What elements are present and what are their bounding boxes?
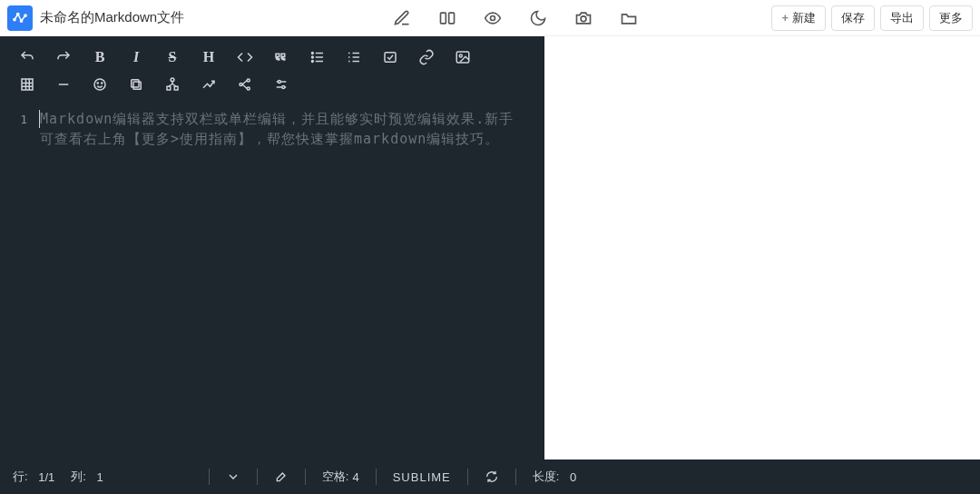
svg-point-29 xyxy=(94,79,105,90)
hr-icon[interactable] xyxy=(45,71,82,98)
status-brush-icon[interactable] xyxy=(274,469,289,484)
svg-rect-35 xyxy=(167,86,171,90)
bold-icon[interactable]: B xyxy=(82,44,118,71)
status-row: 行: 1/1 xyxy=(13,469,54,485)
editor-pane: B I S H 1 xyxy=(0,36,544,459)
editor-toolbar: B I S H xyxy=(0,36,544,102)
svg-rect-20 xyxy=(385,53,396,63)
new-button-label: 新建 xyxy=(792,10,816,26)
editor-body: 1 Markdown编辑器支持双栏或单栏编辑，并且能够实时预览编辑效果.新手可查… xyxy=(0,102,544,459)
status-length: 长度: 0 xyxy=(533,469,576,485)
strikethrough-icon[interactable]: S xyxy=(154,44,191,71)
svg-point-7 xyxy=(581,15,586,21)
svg-line-43 xyxy=(242,81,247,85)
table-icon[interactable] xyxy=(9,71,45,98)
settings-icon[interactable] xyxy=(263,71,299,98)
dark-mode-icon[interactable] xyxy=(528,8,548,28)
svg-point-12 xyxy=(311,56,313,58)
app-logo xyxy=(7,5,33,31)
top-buttons: +新建 保存 导出 更多 xyxy=(771,5,973,31)
italic-icon[interactable]: I xyxy=(118,44,154,71)
svg-line-44 xyxy=(242,84,247,89)
svg-point-48 xyxy=(282,86,285,89)
svg-point-34 xyxy=(171,78,174,82)
svg-point-6 xyxy=(491,15,495,20)
svg-point-1 xyxy=(17,13,19,15)
svg-rect-36 xyxy=(174,86,178,90)
line-number-1: 1 xyxy=(0,110,27,130)
svg-point-3 xyxy=(24,14,26,15)
camera-icon[interactable] xyxy=(573,8,593,28)
topbar: +新建 保存 导出 更多 xyxy=(0,0,980,36)
status-sync-icon[interactable] xyxy=(485,469,499,484)
svg-rect-32 xyxy=(133,82,141,89)
emoji-icon[interactable] xyxy=(82,71,118,98)
folder-icon[interactable] xyxy=(619,8,639,28)
status-caret-icon[interactable] xyxy=(226,469,240,484)
svg-point-47 xyxy=(278,81,280,84)
line-gutter: 1 xyxy=(0,109,36,459)
save-button-label: 保存 xyxy=(841,10,865,26)
editor-placeholder: Markdown编辑器支持双栏或单栏编辑，并且能够实时预览编辑效果.新手可查看右… xyxy=(40,109,528,149)
ordered-list-icon[interactable] xyxy=(336,44,372,71)
document-title-input[interactable] xyxy=(40,10,221,25)
preview-icon[interactable] xyxy=(483,8,503,28)
redo-icon[interactable] xyxy=(45,44,82,71)
unordered-list-icon[interactable] xyxy=(299,44,336,71)
svg-rect-23 xyxy=(22,79,33,90)
chart-icon[interactable] xyxy=(191,71,227,98)
svg-point-2 xyxy=(20,19,22,21)
new-button[interactable]: +新建 xyxy=(771,5,826,31)
svg-point-41 xyxy=(247,79,250,82)
svg-point-42 xyxy=(247,87,250,90)
export-button-label: 导出 xyxy=(890,10,914,26)
svg-point-13 xyxy=(311,61,313,63)
more-button-label: 更多 xyxy=(939,10,963,26)
main: B I S H 1 xyxy=(0,36,980,459)
export-button[interactable]: 导出 xyxy=(880,5,924,31)
flowchart-icon[interactable] xyxy=(154,71,191,98)
svg-point-22 xyxy=(459,54,462,57)
status-mode[interactable]: SUBLIME xyxy=(393,470,451,484)
svg-point-31 xyxy=(102,83,103,84)
code-icon[interactable] xyxy=(227,44,263,71)
svg-rect-33 xyxy=(132,80,139,87)
heading-icon[interactable]: H xyxy=(191,44,227,71)
code-area[interactable]: Markdown编辑器支持双栏或单栏编辑，并且能够实时预览编辑效果.新手可查看右… xyxy=(36,109,535,459)
svg-point-0 xyxy=(14,18,15,20)
svg-point-40 xyxy=(240,84,242,86)
checklist-icon[interactable] xyxy=(372,44,408,71)
statusbar: 行: 1/1 列: 1 空格:4 SUBLIME 长度: 0 xyxy=(0,459,980,494)
top-icon-group xyxy=(392,8,639,28)
status-col: 列: 1 xyxy=(71,469,103,485)
duplicate-icon[interactable] xyxy=(118,71,154,98)
more-button[interactable]: 更多 xyxy=(929,5,973,31)
save-button[interactable]: 保存 xyxy=(831,5,875,31)
edit-mode-icon[interactable] xyxy=(392,8,412,28)
svg-point-11 xyxy=(311,53,313,54)
svg-point-30 xyxy=(97,83,98,84)
svg-rect-4 xyxy=(441,13,446,24)
status-spaces[interactable]: 空格:4 xyxy=(322,469,359,485)
preview-pane xyxy=(544,36,980,459)
image-icon[interactable] xyxy=(445,44,481,71)
split-view-icon[interactable] xyxy=(437,8,457,28)
text-cursor xyxy=(39,110,40,128)
svg-rect-5 xyxy=(449,13,455,24)
mindmap-icon[interactable] xyxy=(227,71,263,98)
undo-icon[interactable] xyxy=(9,44,45,71)
quote-icon[interactable] xyxy=(263,44,299,71)
link-icon[interactable] xyxy=(408,44,445,71)
